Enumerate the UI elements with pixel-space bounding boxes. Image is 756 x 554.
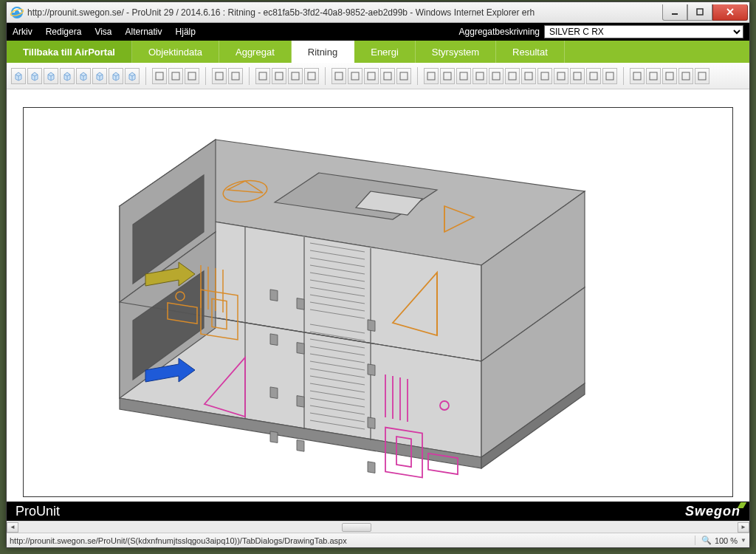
svg-rect-45 [606,72,614,80]
minimize-button[interactable] [662,4,687,21]
svg-rect-39 [509,72,516,80]
toolbar-module-9[interactable] [554,68,568,84]
aggregate-select[interactable]: SILVER C RX [544,25,743,38]
tab-resultat[interactable]: Resultat [496,41,565,63]
svg-rect-37 [476,72,484,80]
toolbar-panel-2[interactable] [348,68,362,84]
toolbar-save[interactable] [662,68,677,84]
toolbar-module-12[interactable] [602,68,617,84]
svg-rect-44 [590,72,597,80]
toolbar-panel-3[interactable] [364,68,379,84]
drawing-canvas[interactable] [7,89,749,502]
svg-rect-31 [368,72,375,80]
toolbar-separator [249,67,250,85]
svg-rect-113 [297,343,304,355]
menu-visa[interactable]: Visa [94,27,111,37]
toolbar-view3d-7[interactable] [109,68,123,84]
tab-styrsystem[interactable]: Styrsystem [416,41,496,63]
svg-rect-35 [444,72,451,80]
menu-redigera[interactable]: Redigera [46,27,82,37]
svg-rect-24 [232,72,239,80]
brand-footer: ProUnit Swegon [7,502,749,521]
tab-home[interactable]: Tillbaka till AirPortal [7,41,132,63]
toolbar-align-1[interactable] [152,68,167,84]
toolbar-grid[interactable] [695,68,709,84]
svg-rect-36 [460,72,467,80]
toolbar-module-4[interactable] [472,68,487,84]
brand-swegon: Swegon [685,504,740,519]
toolbar-module-10[interactable] [570,68,585,84]
toolbar-module-6[interactable] [505,68,520,84]
toolbar-paste[interactable] [272,68,286,84]
toolbar-blank[interactable] [678,68,693,84]
horizontal-scrollbar[interactable]: ◄ ► [7,521,749,533]
toolbar-module-5[interactable] [489,68,504,84]
svg-rect-119 [297,440,304,452]
toolbar-view3d-2[interactable] [27,68,42,84]
toolbar-module-11[interactable] [586,68,601,84]
svg-rect-111 [270,334,278,346]
toolbar-dim[interactable] [288,68,303,84]
scroll-thumb[interactable] [342,523,371,532]
toolbar-align-2[interactable] [168,68,183,84]
aggregate-label: Aggregatbeskrivning [459,27,540,37]
toolbar-arrow-lr[interactable] [630,68,645,84]
svg-rect-49 [682,72,690,80]
toolbar-panel-5[interactable] [396,68,411,84]
toolbar-bracket-left[interactable] [212,68,227,84]
svg-rect-114 [368,320,375,332]
svg-rect-40 [525,72,532,80]
toolbar-separator [623,67,624,85]
zoom-control[interactable]: 🔍 100 % ▼ [695,536,746,545]
svg-rect-117 [270,431,278,443]
svg-rect-29 [335,72,343,80]
brand-prounit: ProUnit [16,504,60,519]
toolbar-view3d-4[interactable] [60,68,75,84]
svg-rect-33 [400,72,408,80]
toolbar-module-7[interactable] [521,68,536,84]
maximize-button[interactable] [687,4,712,21]
svg-rect-47 [650,72,657,80]
toolbar-module-1[interactable] [424,68,439,84]
toolbar-separator [205,67,206,85]
scroll-track[interactable] [18,522,738,533]
unit-drawing [24,108,732,496]
toolbar-view3d-1[interactable] [11,68,26,84]
toolbar-view3d-5[interactable] [76,68,91,84]
toolbar-module-3[interactable] [456,68,471,84]
tab-energi[interactable]: Energi [354,41,416,63]
toolbar-bracket-right[interactable] [228,68,243,84]
svg-rect-32 [384,72,391,80]
close-button[interactable] [712,4,748,21]
menu-alternativ[interactable]: Alternativ [126,27,162,37]
scroll-left-button[interactable]: ◄ [7,522,18,533]
menu-hjalp[interactable]: Hjälp [176,27,196,37]
toolbar-copy[interactable] [255,68,270,84]
toolbar-delete[interactable] [304,68,319,84]
svg-rect-43 [574,72,581,80]
svg-rect-20 [156,72,163,80]
svg-rect-50 [698,72,706,80]
svg-rect-116 [270,387,278,399]
toolbar-view3d-3[interactable] [44,68,58,84]
tabbar: Tillbaka till AirPortal Objektindata Agg… [7,41,749,63]
svg-rect-42 [557,72,565,80]
toolbar-view3d-6[interactable] [92,68,107,84]
tab-aggregat[interactable]: Aggregat [219,41,292,63]
menu-arkiv[interactable]: Arkiv [13,27,32,37]
scroll-right-button[interactable]: ► [738,522,749,533]
svg-rect-115 [368,364,375,376]
svg-rect-28 [308,72,315,80]
statusbar: http://prounit.swegon.se/ProUnit/(S(kdxn… [7,533,749,547]
chevron-down-icon: ▼ [740,537,746,544]
tab-ritning[interactable]: Ritning [292,41,354,63]
toolbar-view3d-8[interactable] [125,68,140,84]
toolbar-panel-1[interactable] [331,68,346,84]
toolbar-module-8[interactable] [537,68,552,84]
tab-objektindata[interactable]: Objektindata [132,41,219,63]
toolbar-module-2[interactable] [440,68,455,84]
svg-rect-2 [672,13,678,15]
toolbar-panel-4[interactable] [380,68,395,84]
toolbar-square[interactable] [646,68,661,84]
toolbar-align-3[interactable] [185,68,199,84]
